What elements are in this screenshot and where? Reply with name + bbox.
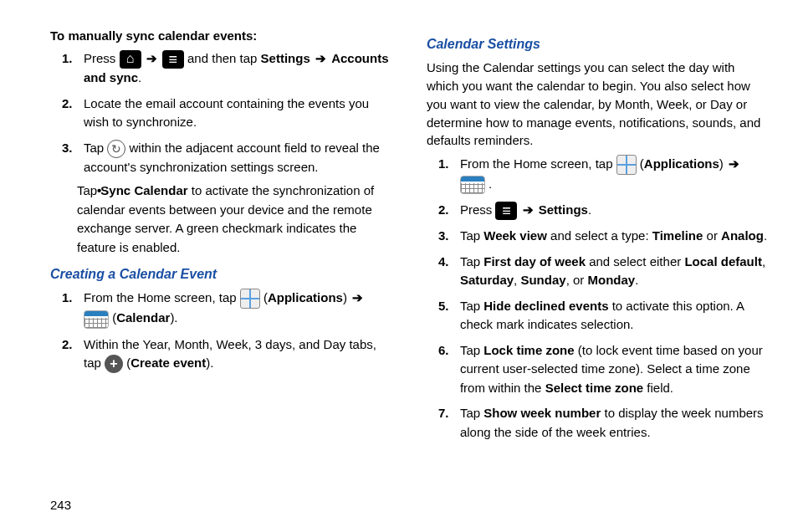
sync-steps: Press ➔ and then tap Settings ➔ Accounts… [50,49,393,257]
sync-step-1: Press ➔ and then tap Settings ➔ Accounts… [50,49,393,88]
create-event-steps: From the Home screen, tap (Applications)… [50,289,393,373]
sync-sub-bullet: Tap Sync Calendar to activate the synchr… [64,182,393,257]
menu-icon [162,50,184,69]
calendar-icon [84,310,109,329]
create-step-2: Within the Year, Month, Week, 3 days, an… [50,335,393,374]
settings-step-5: Tap Hide declined events to activate thi… [427,297,770,335]
page-number: 243 [50,496,71,514]
calendar-settings-heading: Calendar Settings [427,35,770,54]
settings-step-1: From the Home screen, tap (Applications)… [427,155,770,194]
arrow-icon: ➔ [727,156,741,171]
home-icon [120,50,141,69]
menu-icon [495,202,517,220]
creating-event-heading: Creating a Calendar Event [50,265,393,284]
settings-steps: From the Home screen, tap (Applications)… [427,155,770,442]
settings-step-7: Tap Show week number to display the week… [427,404,770,442]
right-column: Calendar Settings Using the Calendar set… [427,27,770,448]
create-step-1: From the Home screen, tap (Applications)… [50,289,393,328]
sync-step-3: Tap within the adjacent account field to… [50,139,393,258]
sync-intro-title: To manually sync calendar events: [50,27,393,44]
applications-icon [616,155,637,175]
calendar-icon [460,176,485,194]
plus-icon [105,355,123,373]
sync-icon [107,140,125,158]
arrow-icon: ➔ [145,51,159,65]
arrow-icon: ➔ [314,51,328,65]
sync-step-2: Locate the email account containing the … [50,95,393,132]
settings-step-4: Tap First day of week and select either … [427,253,770,290]
settings-step-6: Tap Lock time zone (to lock event time b… [427,341,770,398]
calendar-settings-intro: Using the Calendar settings you can sele… [427,59,770,150]
arrow-icon: ➔ [350,290,365,304]
left-column: To manually sync calendar events: Press … [50,27,393,448]
settings-step-3: Tap Week view and select a type: Timelin… [427,227,770,246]
applications-icon [240,289,260,309]
settings-step-2: Press ➔ Settings. [427,201,770,220]
arrow-icon: ➔ [521,202,535,217]
